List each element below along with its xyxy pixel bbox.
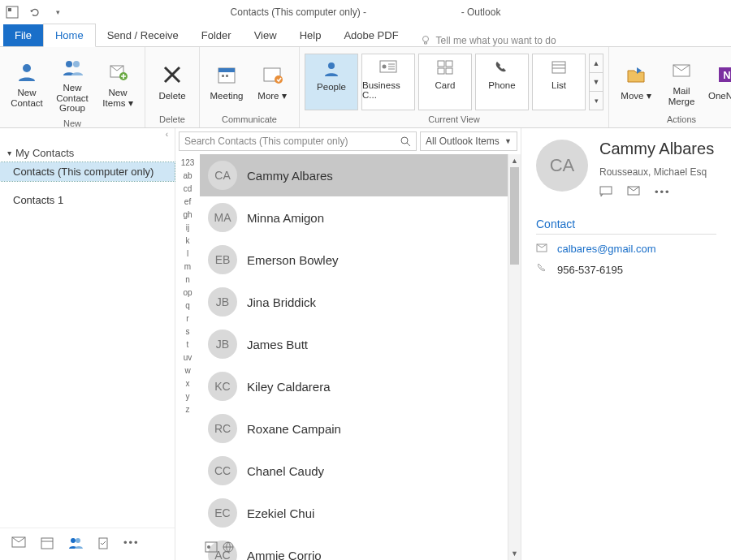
gallery-more-icon[interactable]: ▾ (590, 92, 603, 110)
alpha-r[interactable]: r (186, 315, 188, 323)
alpha-w[interactable]: w (184, 367, 190, 375)
nav-folder-contacts-local[interactable]: Contacts (This computer only) (0, 162, 175, 181)
move-button[interactable]: Move ▾ (614, 58, 658, 105)
person-row[interactable]: RCRoxane Campain (200, 407, 508, 450)
search-scope-label: All Outlook Items (426, 136, 500, 147)
gallery-down-icon[interactable]: ▼ (590, 73, 603, 92)
more-icon (259, 62, 285, 88)
mail-merge-button[interactable]: Mail Merge (660, 54, 703, 110)
ribbon-group-new: New Contact New Contact Group New Items … (0, 47, 145, 127)
svg-point-3 (23, 64, 31, 72)
delete-button[interactable]: Delete (150, 58, 194, 105)
meeting-label: Meeting (210, 91, 244, 101)
view-business-card[interactable]: Business C... (361, 54, 415, 110)
tab-home[interactable]: Home (43, 24, 96, 47)
scroll-up-icon[interactable]: ▲ (508, 154, 521, 167)
new-items-button[interactable]: New Items ▾ (96, 55, 140, 111)
person-row[interactable]: JBJina Briddick (200, 281, 508, 323)
person-row[interactable]: EBEmerson Bowley (200, 239, 508, 281)
person-row[interactable]: KCKiley Caldarera (200, 365, 508, 407)
view-list[interactable]: List (532, 54, 586, 110)
tasks-module-icon[interactable] (97, 536, 109, 552)
nav-folder-contacts-1[interactable]: Contacts 1 (0, 191, 175, 209)
alpha-n[interactable]: n (185, 276, 190, 284)
alpha-cd[interactable]: cd (184, 185, 192, 193)
tab-help[interactable]: Help (288, 24, 333, 46)
tab-file[interactable]: File (3, 24, 43, 46)
search-scope-dropdown[interactable]: All Outlook Items ▼ (420, 131, 517, 151)
person-row[interactable]: MAMinna Amigon (200, 196, 508, 239)
list-scrollbar[interactable]: ▲ ▼ (508, 154, 521, 560)
svg-point-4 (66, 61, 72, 67)
alpha-x[interactable]: x (186, 380, 190, 388)
chat-icon[interactable] (599, 186, 612, 200)
alpha-y[interactable]: y (186, 393, 190, 401)
tab-view[interactable]: View (243, 24, 288, 46)
svg-rect-23 (446, 68, 452, 74)
alpha-k[interactable]: k (186, 237, 190, 245)
onenote-button[interactable]: N OneNote (705, 58, 731, 105)
svg-point-16 (383, 64, 387, 68)
contact-card-toggle-icon[interactable] (205, 541, 218, 555)
nav-header-my-contacts[interactable]: My Contacts (0, 140, 175, 162)
meeting-button[interactable]: Meeting (205, 58, 249, 105)
collapse-nav-icon[interactable]: ‹ (0, 128, 175, 140)
contact-email[interactable]: calbares@gmail.com (557, 243, 656, 255)
view-phone[interactable]: Phone (475, 54, 529, 110)
alpha-gh[interactable]: gh (183, 211, 192, 219)
svg-point-39 (207, 545, 210, 549)
svg-point-33 (71, 538, 76, 543)
alpha-ef[interactable]: ef (184, 198, 191, 206)
alpha-123[interactable]: 123 (181, 159, 195, 167)
alpha-op[interactable]: op (183, 289, 192, 297)
avatar: RC (208, 414, 237, 443)
person-row[interactable]: JBJames Butt (200, 323, 508, 365)
people-group-icon (59, 54, 85, 80)
tab-send-receive[interactable]: Send / Receive (96, 24, 190, 46)
person-row[interactable]: ECEzekiel Chui (200, 492, 508, 534)
alpha-ij[interactable]: ij (186, 224, 189, 232)
qat-customize-icon[interactable]: ▾ (50, 5, 65, 19)
gallery-up-icon[interactable]: ▲ (590, 54, 603, 73)
scroll-thumb[interactable] (510, 167, 519, 265)
new-contact-group-label: New Contact Group (54, 83, 91, 114)
alpha-t[interactable]: t (187, 341, 189, 349)
person-row[interactable]: ACAmmie Corrio (200, 534, 508, 560)
svg-line-37 (407, 143, 410, 146)
alpha-q[interactable]: q (185, 302, 190, 310)
globe-icon[interactable] (223, 541, 234, 555)
new-contact-group-button[interactable]: New Contact Group (50, 50, 94, 117)
svg-point-36 (401, 137, 408, 144)
person-row[interactable]: CACammy Albares (200, 154, 508, 196)
avatar: JB (208, 330, 237, 359)
svg-rect-10 (222, 75, 224, 77)
alpha-m[interactable]: m (184, 263, 191, 271)
search-input[interactable]: Search Contacts (This computer only) (179, 131, 417, 151)
tab-folder[interactable]: Folder (190, 24, 243, 46)
more-actions-icon[interactable]: ••• (655, 186, 671, 200)
calendar-module-icon[interactable] (41, 536, 54, 552)
alpha-ab[interactable]: ab (183, 172, 192, 180)
alpha-uv[interactable]: uv (184, 354, 192, 362)
nav-module-switcher: ••• (0, 528, 175, 560)
tab-adobe-pdf[interactable]: Adobe PDF (332, 24, 409, 46)
view-business-label: Business C... (362, 80, 414, 100)
view-card[interactable]: Card (418, 54, 472, 110)
person-row[interactable]: CCChanel Caudy (200, 450, 508, 492)
list-icon (550, 59, 568, 75)
view-people[interactable]: People (305, 54, 358, 110)
alpha-z[interactable]: z (186, 406, 190, 414)
people-module-icon[interactable] (68, 536, 83, 552)
person-name: Minna Amigon (247, 211, 324, 225)
mail-module-icon[interactable] (11, 536, 26, 552)
alpha-l[interactable]: l (187, 250, 188, 258)
app-icon[interactable] (5, 5, 19, 19)
scroll-down-icon[interactable]: ▼ (508, 547, 521, 560)
more-modules-icon[interactable]: ••• (123, 536, 140, 552)
email-icon[interactable] (627, 186, 640, 200)
new-contact-button[interactable]: New Contact (5, 55, 49, 111)
undo-icon[interactable] (28, 5, 42, 19)
alpha-s[interactable]: s (186, 328, 190, 336)
tell-me-search[interactable]: Tell me what you want to do (420, 35, 556, 46)
more-button[interactable]: More ▾ (250, 58, 294, 105)
